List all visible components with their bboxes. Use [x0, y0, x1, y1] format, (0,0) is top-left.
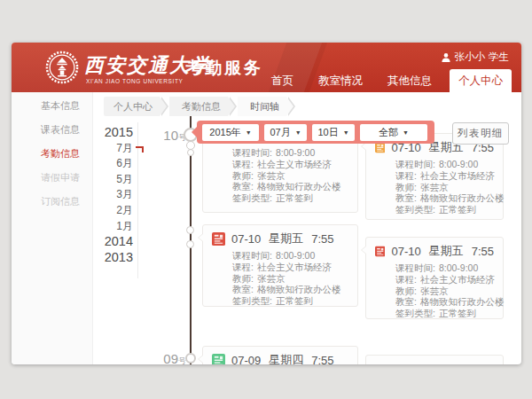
field-label: 教室:: [232, 284, 254, 294]
attendance-status-icon: [212, 232, 225, 246]
service-title: 考勤服务: [185, 57, 263, 80]
card-field: 课程:社会主义市场经济: [232, 159, 350, 170]
field-value: 8:00-9:00: [439, 262, 478, 273]
card-field: 课程:社会主义市场经济: [395, 170, 496, 182]
timeline-nav-month-4[interactable]: 3月: [90, 187, 133, 203]
field-label: 课程时间:: [232, 250, 272, 261]
attendance-card-r3-right[interactable]: [365, 355, 504, 364]
field-value: 8:00-9:00: [276, 147, 315, 158]
field-label: 教室:: [395, 192, 417, 203]
breadcrumb-item-1[interactable]: 考勤信息: [169, 97, 228, 116]
field-label: 教室:: [232, 181, 254, 192]
card-field: 课程时间:8:00-9:00: [232, 147, 350, 159]
field-label: 教师:: [395, 182, 417, 192]
timeline-node: [186, 240, 194, 248]
field-value: 正常签到: [439, 204, 476, 215]
card-field: 教师:张芸京: [232, 273, 350, 285]
field-label: 课程:: [232, 262, 254, 272]
timeline-nav-year-0[interactable]: 2015: [90, 125, 133, 141]
field-label: 教师:: [232, 273, 254, 284]
user-chip[interactable]: 张小小 学生: [441, 51, 510, 64]
sidebar-item-1[interactable]: 课表信息: [12, 118, 92, 142]
breadcrumb-item-0[interactable]: 个人中心: [104, 97, 160, 116]
card-weekday: 星期四: [269, 352, 303, 364]
field-value: 社会主义市场经济: [420, 170, 495, 181]
card-header: 07-09星期四7:55: [212, 352, 350, 364]
filter-dropdown-1[interactable]: 07月▼: [264, 124, 307, 141]
card-field: 课程时间:8:00-9:00: [395, 262, 496, 274]
field-label: 签到类型:: [395, 204, 435, 215]
chevron-down-icon: ▼: [403, 129, 409, 136]
card-field: 教室:格物致知行政办公楼: [232, 284, 350, 295]
timeline-nav-month-3[interactable]: 5月: [90, 172, 133, 188]
sidebar: 基本信息课表信息考勤信息请假申请订阅信息: [12, 92, 93, 364]
timeline-nav-month-5[interactable]: 2月: [90, 203, 133, 219]
sidebar-item-4[interactable]: 订阅信息: [12, 190, 92, 214]
card-field: 教师:张芸京: [395, 286, 496, 297]
chevron-down-icon: ▼: [343, 129, 349, 136]
timeline-year-month-nav: 20157月6月5月3月2月1月20142013: [90, 125, 133, 265]
timeline-nav-label: 1月: [116, 220, 133, 232]
timeline-nav-label: 2月: [116, 204, 133, 216]
card-time: 7:55: [311, 232, 333, 246]
sidebar-item-0[interactable]: 基本信息: [12, 94, 92, 118]
sidebar-item-3[interactable]: 请假申请: [12, 166, 92, 190]
filter-dropdown-2[interactable]: 10日▼: [312, 124, 355, 141]
field-label: 签到类型:: [232, 295, 272, 306]
attendance-card-r1-right[interactable]: 07-10星期五7:55课程时间:8:00-9:00课程:社会主义市场经济教师:…: [365, 133, 504, 220]
timeline-nav-month-6[interactable]: 1月: [90, 219, 133, 235]
field-label: 课程:: [395, 274, 417, 285]
field-value: 社会主义市场经济: [420, 274, 495, 285]
card-field: 教室:格物致知行政办公楼: [232, 181, 350, 192]
timeline-nav-label: 2015: [105, 125, 133, 139]
nav-item-3[interactable]: 个人中心: [450, 69, 512, 92]
filter-dropdown-value: 07月: [270, 126, 290, 139]
sidebar-item-2[interactable]: 考勤信息: [12, 142, 92, 166]
nav-item-1[interactable]: 教室情况: [311, 69, 370, 92]
timeline-nav-label: 3月: [116, 188, 133, 200]
timeline-nav-year-7[interactable]: 2014: [90, 234, 133, 250]
breadcrumb-item-2[interactable]: 时间轴: [238, 97, 286, 116]
card-field: 课程:社会主义市场经济: [232, 262, 350, 273]
card-fields: 课程时间:8:00-9:00课程:社会主义市场经济教师:张芸京教室:格物致知行政…: [212, 250, 350, 307]
attendance-card-r3-left[interactable]: 07-09星期四7:55: [202, 346, 358, 364]
attendance-card-r2-right[interactable]: 07-10星期五7:55课程时间:8:00-9:00课程:社会主义市场经济教师:…: [365, 237, 504, 319]
attendance-card-r2-left[interactable]: 07-10星期五7:55课程时间:8:00-9:00课程:社会主义市场经济教师:…: [202, 224, 358, 307]
field-value: 格物致知行政办公楼: [257, 284, 341, 294]
timeline-node: [187, 149, 194, 156]
card-header: 07-10星期五7:55: [375, 243, 496, 259]
field-value: 张芸京: [257, 170, 286, 181]
person-icon: [441, 52, 451, 63]
card-time: 7:55: [311, 354, 333, 365]
attendance-app-window: 西安交通大学 XI'AN JIAO TONG UNIVERSITY 考勤服务 张…: [12, 43, 521, 364]
card-field: 签到类型:正常签到: [395, 308, 496, 319]
field-value: 8:00-9:00: [439, 159, 478, 169]
timeline-nav-label: 5月: [116, 173, 133, 185]
chevron-down-icon: ▼: [246, 129, 252, 136]
card-header: [375, 361, 496, 364]
card-weekday: 星期五: [269, 231, 303, 246]
timeline-nav-month-2[interactable]: 6月: [90, 156, 133, 172]
list-detail-button[interactable]: 列表明细: [452, 122, 509, 145]
field-value: 格物致知行政办公楼: [257, 181, 341, 192]
card-field: 课程时间:8:00-9:00: [395, 159, 496, 170]
filter-dropdown-value: 2015年: [209, 126, 240, 139]
timeline-nav-month-1[interactable]: 7月: [90, 141, 133, 157]
field-value: 社会主义市场经济: [257, 159, 332, 169]
screen-background: 西安交通大学 XI'AN JIAO TONG UNIVERSITY 考勤服务 张…: [0, 0, 532, 399]
card-date: 07-10: [231, 232, 261, 246]
filter-dropdown-3[interactable]: 全部▼: [360, 124, 427, 141]
field-label: 教室:: [395, 296, 417, 307]
app-header: 西安交通大学 XI'AN JIAO TONG UNIVERSITY 考勤服务 张…: [12, 43, 521, 92]
nav-item-0[interactable]: 首页: [264, 69, 301, 92]
current-month-tick: [136, 146, 144, 153]
card-field: 签到类型:正常签到: [395, 204, 496, 215]
timeline-nav-label: 6月: [116, 157, 133, 169]
timeline-nav-year-8[interactable]: 2013: [90, 250, 133, 266]
attendance-status-icon: [375, 245, 385, 258]
field-value: 张芸京: [420, 182, 449, 192]
filter-dropdown-0[interactable]: 2015年▼: [202, 124, 259, 141]
card-field: 签到类型:正常签到: [232, 192, 350, 204]
card-field: 课程:社会主义市场经济: [395, 274, 496, 286]
nav-item-2[interactable]: 其他信息: [380, 69, 439, 92]
